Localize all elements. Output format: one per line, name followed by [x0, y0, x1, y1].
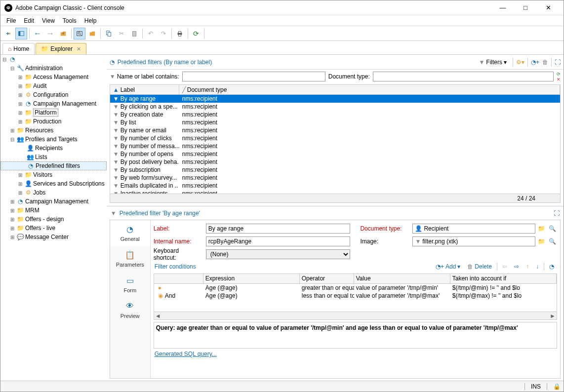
list-row[interactable]: ▼By subscriptionnms:recipient — [110, 166, 560, 174]
cond-col-expr[interactable]: Expression — [203, 274, 300, 283]
copy-icon[interactable] — [103, 28, 115, 39]
move-down-icon[interactable]: ↓ — [534, 263, 541, 271]
cond-col-val[interactable]: Value — [354, 274, 450, 283]
list-row[interactable]: ▼By number of opensnms:recipient — [110, 150, 560, 158]
nav-first-icon[interactable]: ⇦ — [500, 263, 509, 271]
tab-close-icon[interactable]: ✕ — [77, 46, 81, 52]
doctype-browse-icon[interactable]: 📁 — [536, 224, 546, 234]
redo-icon[interactable]: ↷ — [158, 28, 169, 39]
tree-services-subscriptions[interactable]: ⊞👤Services and Subscriptions — [0, 179, 107, 188]
delete-item-icon[interactable]: 🗑 — [542, 59, 548, 66]
list-row[interactable]: ▼Inactive recipientsnms:recipient — [110, 190, 560, 194]
list-row[interactable]: ▼Emails duplicated in ..nms:recipient — [110, 182, 560, 190]
tab-explorer[interactable]: 📁 Explorer ✕ — [36, 43, 86, 54]
cond-scrollbar[interactable]: ◄► — [154, 312, 557, 319]
parent-folder-icon[interactable] — [57, 28, 69, 39]
tree-offers-live[interactable]: ⊞📁Offers - live — [0, 224, 107, 233]
condition-row[interactable]: ●Age (@age)greater than or equavalue of … — [154, 284, 557, 292]
back-arrow-icon[interactable]: ← — [32, 28, 43, 39]
detail-tab-form[interactable]: ▭Form — [110, 272, 150, 297]
search-folder-icon[interactable] — [74, 28, 85, 39]
tree-profiles-targets[interactable]: ⊟👥Profiles and Targets — [0, 135, 107, 144]
cut-icon[interactable]: ✂ — [116, 28, 127, 39]
tree-audit[interactable]: ⊞📁Audit — [0, 81, 107, 90]
delete-condition-button[interactable]: 🗑Delete — [465, 263, 494, 271]
tab-home[interactable]: ⌂ Home — [2, 43, 35, 54]
list-row[interactable]: ▼By number of messa...nms:recipient — [110, 142, 560, 150]
nav-next-icon[interactable]: ⇨ — [512, 263, 521, 271]
tree-message-center[interactable]: ⊞💬Message Center — [0, 233, 107, 241]
generated-sql-link[interactable]: Generated SQL query... — [154, 349, 557, 359]
tree-campaign-management[interactable]: ⊞◔Campaign Management — [0, 99, 107, 108]
tree-campaign-management-2[interactable]: ⊞◔Campaign Management — [0, 197, 107, 206]
print-icon[interactable] — [174, 28, 186, 39]
doctype-label: Document type: — [328, 73, 370, 80]
connect-icon[interactable] — [2, 28, 14, 39]
menu-help[interactable]: Help — [81, 16, 101, 25]
explorer-tree[interactable]: ⊟◔ ⊟🔧Administration ⊞📁Access Management … — [0, 55, 107, 381]
internal-name-input[interactable] — [206, 236, 351, 246]
tree-mrm[interactable]: ⊞📁MRM — [0, 206, 107, 215]
detail-fullscreen-icon[interactable]: ⛶ — [554, 210, 560, 217]
tree-offers-design[interactable]: ⊞📁Offers - design — [0, 215, 107, 224]
list-row[interactable]: ▼By creation datenms:recipient — [110, 111, 560, 118]
doctype-input[interactable] — [373, 72, 554, 81]
filters-button[interactable]: ▼Filters ▾ — [476, 58, 510, 67]
list-row[interactable]: ▼By post delivery beha..nms:recipient — [110, 158, 560, 166]
image-browse-icon[interactable]: 📁 — [536, 236, 546, 246]
label-input[interactable] — [206, 224, 351, 234]
tree-root[interactable]: ⊟◔ — [0, 55, 107, 64]
tree-access-management[interactable]: ⊞📁Access Management — [0, 73, 107, 81]
tree-recipients[interactable]: 👤Recipients — [0, 144, 107, 153]
menu-edit[interactable]: Edit — [20, 16, 38, 25]
refresh-icon[interactable]: ⟳ — [190, 28, 202, 39]
search-input[interactable] — [182, 72, 325, 81]
minimize-button[interactable]: ― — [491, 0, 514, 15]
cond-col-andor[interactable] — [154, 274, 203, 283]
list-row[interactable]: ▼By number of clicksnms:recipient — [110, 134, 560, 142]
new-item-icon[interactable]: ◔+ — [531, 59, 539, 66]
close-button[interactable]: ✕ — [537, 0, 560, 15]
undo-icon[interactable]: ↶ — [145, 28, 157, 39]
list-row[interactable]: ▼By age rangenms:recipient — [110, 95, 560, 103]
explorer-toggle-icon[interactable] — [15, 28, 27, 39]
menu-tools[interactable]: Tools — [59, 16, 81, 25]
tree-jobs[interactable]: ⊞⚙Jobs — [0, 188, 107, 197]
config-list-icon[interactable]: ⚙▾ — [516, 59, 524, 66]
image-search-icon[interactable]: 🔍 — [547, 236, 557, 246]
add-condition-button[interactable]: ◔+Add ▾ — [434, 263, 462, 271]
menu-file[interactable]: File — [2, 16, 20, 25]
maximize-button[interactable]: □ — [514, 0, 537, 15]
paste-icon[interactable] — [128, 28, 140, 39]
detail-tab-preview[interactable]: 👁Preview — [110, 297, 150, 323]
tree-administration[interactable]: ⊟🔧Administration — [0, 64, 107, 73]
tree-visitors[interactable]: ⊞📁Visitors — [0, 170, 107, 179]
list-row[interactable]: ▼By listnms:recipient — [110, 118, 560, 126]
cond-col-taken[interactable]: Taken into account if — [450, 274, 557, 283]
search-refresh-icon[interactable]: ⟳ — [557, 72, 561, 77]
tree-configuration[interactable]: ⊞⚙Configuration — [0, 90, 107, 99]
search-clear-icon[interactable]: ✕ — [557, 77, 561, 82]
tree-production[interactable]: ⊞📁Production — [0, 117, 107, 126]
move-up-icon[interactable]: ↑ — [524, 263, 531, 271]
list-row[interactable]: ▼By name or emailnms:recipient — [110, 126, 560, 134]
detail-tab-general[interactable]: ◔General — [110, 220, 150, 246]
open-folder-icon[interactable] — [86, 28, 98, 39]
tree-predefined-filters[interactable]: ◔Predefined filters — [0, 161, 107, 170]
shortcut-select[interactable]: (None) — [206, 249, 351, 259]
list-row[interactable]: ▼By clicking on a spe...nms:recipient — [110, 103, 560, 111]
col-doctype[interactable]: ╱Document type — [179, 85, 560, 94]
doctype-search-icon[interactable]: 🔍 — [547, 224, 557, 234]
list-row[interactable]: ▼By web form/survey...nms:recipient — [110, 174, 560, 182]
condition-row[interactable]: ◉AndAge (@age)less than or equal tovalue… — [154, 292, 557, 300]
col-label[interactable]: ▲Label — [110, 85, 179, 94]
forward-arrow-icon[interactable]: → — [44, 28, 56, 39]
fullscreen-icon[interactable]: ⛶ — [555, 59, 561, 66]
tree-resources[interactable]: ⊞📁Resources — [0, 126, 107, 135]
tree-platform[interactable]: ⊞📁Platform — [0, 108, 107, 117]
distribution-icon[interactable]: ◔ — [547, 263, 556, 271]
detail-tab-parameters[interactable]: 📋Parameters — [110, 246, 150, 272]
tree-lists[interactable]: 👥Lists — [0, 153, 107, 161]
cond-col-op[interactable]: Operator — [300, 274, 354, 283]
menu-view[interactable]: View — [38, 16, 59, 25]
